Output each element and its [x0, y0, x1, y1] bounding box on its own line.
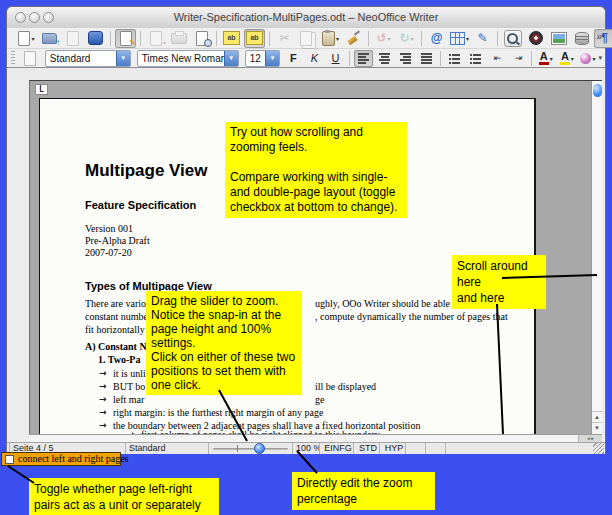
- toolbar-drag-handle[interactable]: [11, 51, 15, 66]
- undo-button[interactable]: ↺▾: [373, 29, 394, 48]
- paste-button[interactable]: ▾: [320, 29, 341, 48]
- styles-icon: [24, 51, 36, 66]
- horizontal-scrollbar[interactable]: ◂ ▸: [29, 434, 602, 442]
- doc-title: Multipage View: [85, 161, 208, 181]
- toolbar-separator: [110, 31, 111, 46]
- new-document-button[interactable]: ▾: [16, 29, 37, 48]
- zoom-window-button[interactable]: [43, 12, 54, 23]
- navigator-compass-icon: [529, 31, 543, 45]
- standard-toolbar-items: ▾↑✎▪abab✂▾↺▾↻▾@▾✎¶: [15, 29, 612, 48]
- spellcheck-button[interactable]: ab: [221, 29, 242, 48]
- cut-button[interactable]: ✂: [274, 29, 295, 48]
- background-color-icon: [580, 53, 591, 64]
- insert-table-button[interactable]: ▾: [449, 29, 470, 48]
- data-sources-button[interactable]: [571, 29, 592, 48]
- window-resize-grip[interactable]: [593, 443, 604, 454]
- writer-window: Writer-Specification-MultiPages.odt – Ne…: [6, 6, 606, 452]
- up-arrow-icon: ↑: [56, 39, 60, 47]
- doc-bullet-text: BUT bo: [113, 381, 145, 392]
- page-preview-button[interactable]: [191, 29, 212, 48]
- connect-pages-control[interactable]: connect left and right pages: [1, 452, 121, 466]
- autospellcheck-button[interactable]: ab: [244, 29, 265, 48]
- font-color-icon: A: [539, 51, 549, 65]
- font-size-combo[interactable]: 12 ▼: [245, 50, 280, 67]
- find-replace-button[interactable]: [502, 29, 523, 48]
- minimize-window-button[interactable]: [29, 12, 40, 23]
- align-right-button[interactable]: [396, 50, 415, 67]
- navigator-button[interactable]: [525, 29, 546, 48]
- copy-button[interactable]: [297, 29, 318, 48]
- scroll-left-right-buttons[interactable]: ◂ ▸: [578, 435, 602, 442]
- document-icon: [18, 31, 30, 46]
- doc-paragraph-text: constant numbe: [85, 311, 148, 322]
- connect-pages-checkbox[interactable]: [5, 455, 14, 464]
- zoom-percent-field[interactable]: 100 %: [292, 443, 319, 454]
- combo-dropdown-button[interactable]: ▼: [116, 51, 130, 66]
- increase-indent-button[interactable]: ⇥: [508, 50, 527, 67]
- toolbar-separator: [421, 31, 422, 46]
- export-pdf-button[interactable]: ▪: [145, 29, 166, 48]
- font-name-combo[interactable]: Times New Roman ▼: [137, 50, 239, 67]
- status-style-field[interactable]: Standard: [125, 443, 208, 454]
- vertical-scrollbar-thumb[interactable]: [593, 84, 602, 97]
- save-button[interactable]: [62, 29, 83, 48]
- print-button[interactable]: [168, 29, 189, 48]
- numbered-list-button[interactable]: [445, 50, 464, 67]
- italic-button[interactable]: K: [305, 50, 324, 67]
- standard-toolbar: ▾↑✎▪abab✂▾↺▾↻▾@▾✎¶: [7, 28, 605, 49]
- tab-stop-selector[interactable]: L: [35, 84, 48, 95]
- combo-dropdown-button[interactable]: ▼: [224, 51, 238, 66]
- gallery-picture-icon: [551, 32, 567, 45]
- paragraph-style-combo[interactable]: Standard ▼: [45, 50, 131, 67]
- arrow-bullet-icon: →: [99, 381, 107, 391]
- decrease-indent-button[interactable]: ⇤: [487, 50, 506, 67]
- format-paintbrush-button[interactable]: [343, 29, 364, 48]
- font-name-value: Times New Roman: [138, 53, 224, 64]
- open-button[interactable]: ↑: [39, 29, 60, 48]
- styles-panel-button[interactable]: [20, 49, 41, 68]
- vertical-scrollbar[interactable]: ▲ ▼: [591, 81, 602, 434]
- bold-button[interactable]: F: [284, 50, 303, 67]
- mail-document-button[interactable]: [85, 29, 106, 48]
- align-justify-button[interactable]: [417, 50, 436, 67]
- status-empty-field: [405, 443, 425, 454]
- toolbar-overflow-button[interactable]: »: [596, 31, 602, 42]
- hyperlink-button[interactable]: @: [426, 29, 447, 48]
- align-center-icon: [379, 53, 390, 64]
- arrow-bullet-icon: →: [99, 407, 107, 417]
- zoom-slider-snap-tick[interactable]: [237, 445, 238, 452]
- hyperlink-mode-field[interactable]: HYP: [379, 443, 405, 454]
- combo-dropdown-button[interactable]: ▼: [265, 51, 279, 66]
- highlighting-button[interactable]: A▾: [557, 50, 576, 67]
- zoom-slider-track[interactable]: [213, 448, 288, 450]
- table-grid-icon: [450, 32, 465, 45]
- toolbar-separator: [497, 31, 498, 46]
- close-window-button[interactable]: [15, 12, 26, 23]
- doc-meta-date: 2007-07-20: [85, 247, 132, 258]
- zoom-slider-knob[interactable]: [254, 443, 265, 454]
- arrow-bullet-icon: →: [99, 368, 107, 378]
- arrow-bullet-icon: →: [99, 394, 107, 404]
- gallery-button[interactable]: [548, 29, 569, 48]
- doc-paragraph-text: , compute dynamically the number of page…: [315, 311, 508, 322]
- paragraph-style-value: Standard: [46, 53, 116, 64]
- bullet-list-button[interactable]: [466, 50, 485, 67]
- align-center-button[interactable]: [375, 50, 394, 67]
- selection-mode-field[interactable]: STD: [353, 443, 379, 454]
- scroll-down-button[interactable]: ▼: [592, 422, 602, 434]
- zoom-slider[interactable]: [208, 443, 292, 454]
- spellcheck-abc-icon: ab: [223, 31, 240, 45]
- underline-button[interactable]: U: [326, 50, 345, 67]
- font-color-button[interactable]: A▾: [536, 50, 555, 67]
- find-box-icon: [504, 30, 522, 47]
- draw-functions-button[interactable]: ✎: [472, 29, 493, 48]
- align-left-button[interactable]: [354, 50, 373, 67]
- dropdown-arrow-icon: ▾: [388, 35, 391, 42]
- insert-mode-field[interactable]: EINFG: [319, 443, 353, 454]
- background-color-button[interactable]: ▾: [578, 50, 597, 67]
- edit-file-button[interactable]: ✎: [115, 29, 136, 48]
- redo-button[interactable]: ↻▾: [396, 29, 417, 48]
- toolbar-overflow-button[interactable]: ▾: [598, 54, 602, 62]
- annotation-note-drag-slider: Drag the slider to zoom. Notice the snap…: [146, 291, 302, 395]
- pencil-icon: ✎: [129, 39, 136, 47]
